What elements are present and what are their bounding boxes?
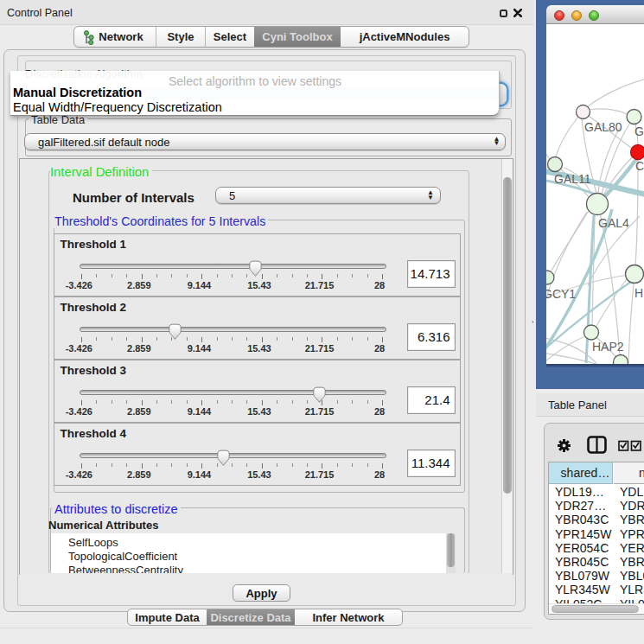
svg-text:GCY1: GCY1 <box>546 287 576 301</box>
svg-text:GAL80: GAL80 <box>584 120 622 134</box>
svg-text:C: C <box>635 159 644 173</box>
svg-text:H: H <box>634 286 643 300</box>
svg-text:GAL11: GAL11 <box>554 172 591 186</box>
svg-text:GAL4: GAL4 <box>598 216 629 230</box>
svg-text:HAP2: HAP2 <box>592 340 624 354</box>
svg-text:G.: G. <box>634 124 644 138</box>
